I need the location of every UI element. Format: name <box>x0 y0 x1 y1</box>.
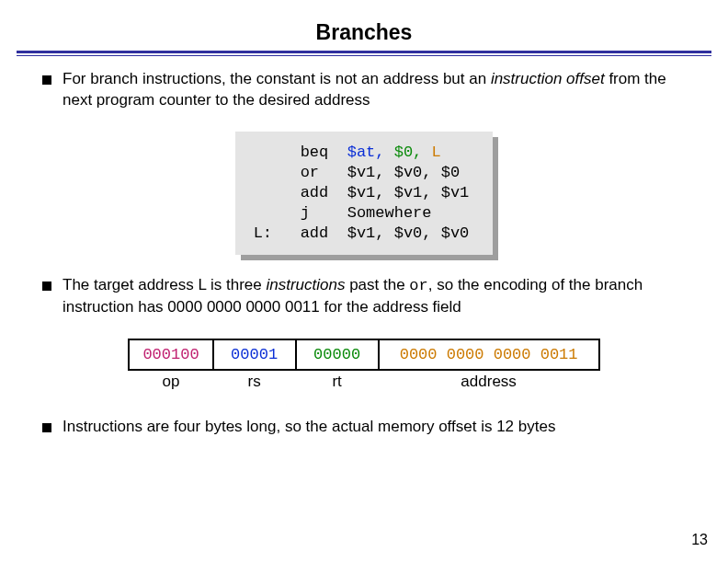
enc-label-rs: rs <box>213 370 296 393</box>
enc-label-addr: address <box>379 370 599 393</box>
bullet-2-em: instructions <box>266 276 345 293</box>
bullet-2-code: or <box>409 277 427 294</box>
bullet-icon <box>42 423 51 432</box>
enc-rs: 00001 <box>213 339 296 370</box>
bullet-icon <box>42 75 51 85</box>
c1-a1: $at, <box>347 144 385 161</box>
c3-a3: $v1 <box>441 184 470 201</box>
enc-address: 0000 0000 0000 0011 <box>379 339 599 370</box>
c3-a1: $v1, <box>347 184 385 201</box>
bullet-1: For branch instructions, the constant is… <box>42 69 686 111</box>
bullet-icon <box>42 282 51 291</box>
code-inner: beq $at, $0, L or $v1, $v0, $0 add $v1, … <box>235 132 494 255</box>
page-title: Branches <box>0 0 728 51</box>
bullet-2-text-a: The target address L is three <box>63 276 266 293</box>
c4-op: j <box>301 204 310 222</box>
bullet-3: Instructions are four bytes long, so the… <box>42 417 686 438</box>
c2-a1: $v1, <box>347 164 385 181</box>
bullet-3-text: Instructions are four bytes long, so the… <box>63 418 555 435</box>
enc-label-op: op <box>129 370 212 393</box>
c1-op: beq <box>301 144 329 161</box>
c2-a2: $v0, <box>394 164 432 181</box>
page-number: 13 <box>691 532 708 548</box>
enc-label-rt: rt <box>296 370 379 393</box>
c5-a2: $v0, <box>394 224 432 242</box>
c3-a2: $v1, <box>394 184 432 201</box>
bullet-2: The target address L is three instructio… <box>42 275 686 318</box>
c1-a2: $0, <box>394 144 423 161</box>
code-block: beq $at, $0, L or $v1, $v0, $0 add $v1, … <box>42 132 686 255</box>
c2-op: or <box>301 164 319 181</box>
c5-a3: $v0 <box>441 224 470 242</box>
c5-a1: $v1, <box>347 224 385 242</box>
enc-rt: 00000 <box>296 339 379 370</box>
c2-a3: $0 <box>441 164 460 181</box>
content-area: For branch instructions, the constant is… <box>0 56 728 438</box>
bullet-2-text-b: past the <box>345 276 409 293</box>
c5-op: add <box>301 224 329 242</box>
c3-op: add <box>301 184 329 201</box>
enc-opcode: 000100 <box>129 339 212 370</box>
encoding-table-wrap: 000100 00001 00000 0000 0000 0000 0011 o… <box>42 339 686 393</box>
bullet-1-em: instruction offset <box>491 70 605 87</box>
c1-a3: L <box>432 144 441 161</box>
c5-label: L: <box>254 224 272 242</box>
bullet-1-text-a: For branch instructions, the constant is… <box>63 70 491 87</box>
c4-a1: Somewhere <box>347 204 432 222</box>
encoding-table: 000100 00001 00000 0000 0000 0000 0011 o… <box>128 339 599 393</box>
